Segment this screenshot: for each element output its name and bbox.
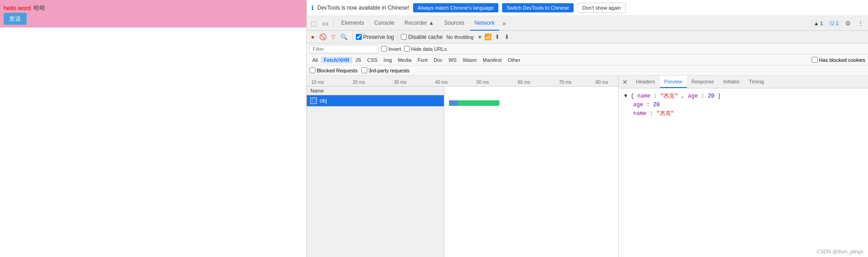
json-line-1: ▼ { name : "杰克" , age : 20 } bbox=[624, 92, 862, 101]
tick-3: 40 ms bbox=[435, 80, 448, 85]
detail-tab-headers[interactable]: Headers bbox=[631, 76, 660, 88]
type-bar-right: Has blocked cookies bbox=[812, 57, 865, 63]
timeline-header: 10 ms 20 ms 30 ms 40 ms 50 ms 60 ms 70 m… bbox=[307, 76, 618, 87]
json-colon-2: : bbox=[701, 93, 708, 99]
more-tabs-icon[interactable]: » bbox=[500, 18, 509, 28]
tab-sources[interactable]: Sources bbox=[440, 16, 469, 31]
third-party-checkbox[interactable] bbox=[361, 67, 367, 73]
haha-text: 哈哈 bbox=[33, 4, 45, 12]
tick-6: 70 ms bbox=[559, 80, 571, 85]
tick-2: 30 ms bbox=[394, 80, 406, 85]
type-btn-all[interactable]: All bbox=[310, 57, 321, 63]
csdn-watermark: CSDN @dum_plings bbox=[817, 249, 863, 254]
settings-icon[interactable]: ⚙ bbox=[843, 18, 853, 28]
devtools-top-toolbar: ⬚ ▭ Elements Console Recorder ▲ Sources … bbox=[307, 16, 868, 31]
tab-console[interactable]: Console bbox=[370, 16, 399, 31]
disable-cache-label[interactable]: Disable cache bbox=[401, 34, 442, 40]
dont-show-button[interactable]: Don't show again bbox=[577, 3, 626, 13]
detail-tab-timing[interactable]: Timing bbox=[744, 76, 768, 88]
language-banner: ℹ DevTools is now available in Chinese! … bbox=[307, 0, 868, 16]
json-val-age-2: 20 bbox=[653, 102, 659, 108]
type-btn-fetchxhr[interactable]: Fetch/XHR bbox=[321, 57, 352, 63]
info-icon: ℹ bbox=[311, 4, 314, 11]
cursor-icon[interactable]: ⬚ bbox=[309, 18, 319, 28]
type-btn-img[interactable]: Img bbox=[381, 57, 394, 63]
switch-chinese-button[interactable]: Switch DevTools to Chinese bbox=[502, 3, 574, 12]
type-filter-bar: All Fetch/XHR JS CSS Img Media Font Doc … bbox=[307, 55, 868, 66]
device-icon[interactable]: ▭ bbox=[320, 18, 331, 28]
json-comma-1: , bbox=[681, 93, 688, 99]
type-btn-doc[interactable]: Doc bbox=[431, 57, 446, 63]
detail-tab-response[interactable]: Response bbox=[687, 76, 719, 88]
request-item-name: obj bbox=[320, 98, 327, 104]
tick-4: 50 ms bbox=[476, 80, 489, 85]
invert-check-label[interactable]: Invert bbox=[381, 46, 401, 52]
name-column: Name ☐ obj bbox=[307, 87, 444, 257]
clear-icon[interactable]: 🚫 bbox=[318, 33, 328, 41]
type-btn-wasm[interactable]: Wasm bbox=[460, 57, 480, 63]
pink-bar: hello word 哈哈 发送 bbox=[0, 0, 306, 27]
type-btn-font[interactable]: Font bbox=[415, 57, 431, 63]
preserve-log-checkbox[interactable] bbox=[356, 34, 362, 40]
hide-urls-label[interactable]: Hide data URLs bbox=[404, 46, 447, 52]
filter-toolbar: Invert Hide data URLs bbox=[307, 44, 868, 55]
waterfall-column bbox=[444, 87, 618, 257]
tab-recorder[interactable]: Recorder ▲ bbox=[400, 16, 439, 31]
has-blocked-checkbox[interactable] bbox=[812, 57, 818, 63]
json-key-age: age bbox=[688, 93, 698, 99]
more-options-icon[interactable]: ⋮ bbox=[855, 18, 866, 28]
name-column-header: Name bbox=[307, 87, 444, 95]
wifi-icon: 📶 bbox=[484, 33, 492, 40]
toolbar-right-area: ▲ 1 🗨 1 ⚙ ⋮ bbox=[812, 18, 866, 28]
upload-icon[interactable]: ⬆ bbox=[493, 33, 501, 41]
hide-urls-checkbox[interactable] bbox=[404, 46, 410, 52]
json-line-2: age : 20 bbox=[624, 101, 862, 109]
detail-tab-preview[interactable]: Preview bbox=[660, 76, 687, 88]
detail-tab-initiator[interactable]: Initiator bbox=[719, 76, 744, 88]
blocked-bar: Blocked Requests 3rd-party requests bbox=[307, 66, 868, 76]
detail-panel: ✕ Headers Preview Response Initiator Tim… bbox=[619, 76, 868, 257]
throttle-arrow[interactable]: ▼ bbox=[477, 34, 482, 40]
json-colon-1: : bbox=[654, 93, 660, 99]
type-btn-other[interactable]: Other bbox=[505, 57, 523, 63]
request-item-icon: ☐ bbox=[310, 98, 317, 104]
blocked-requests-checkbox[interactable] bbox=[310, 67, 315, 73]
filter-input[interactable] bbox=[310, 45, 378, 53]
json-arrow-1[interactable]: ▼ bbox=[624, 93, 627, 99]
preserve-log-label[interactable]: Preserve log bbox=[356, 34, 394, 40]
filter-icon[interactable]: ▽ bbox=[330, 33, 337, 41]
network-toolbar-sep-1 bbox=[352, 33, 353, 41]
request-item-obj[interactable]: ☐ obj bbox=[307, 95, 444, 106]
tab-network[interactable]: Network bbox=[470, 16, 499, 31]
detail-close-button[interactable]: ✕ bbox=[619, 76, 631, 88]
requests-waterfall-panel: 10 ms 20 ms 30 ms 40 ms 50 ms 60 ms 70 m… bbox=[307, 76, 619, 257]
json-key-name-2: name bbox=[633, 110, 647, 117]
json-colon-3: : bbox=[647, 102, 653, 108]
type-btn-manifest[interactable]: Manifest bbox=[480, 57, 505, 63]
error-badge: ▲ 1 bbox=[812, 20, 825, 27]
type-btn-media[interactable]: Media bbox=[395, 57, 415, 63]
tick-5: 60 ms bbox=[518, 80, 530, 85]
type-btn-css[interactable]: CSS bbox=[365, 57, 381, 63]
invert-checkbox[interactable] bbox=[381, 46, 387, 52]
log-badge: 🗨 1 bbox=[827, 20, 841, 27]
third-party-label[interactable]: 3rd-party requests bbox=[361, 67, 409, 73]
banner-message: DevTools is now available in Chinese! bbox=[317, 5, 409, 11]
download-icon[interactable]: ⬇ bbox=[503, 33, 511, 41]
blocked-requests-label[interactable]: Blocked Requests bbox=[310, 67, 358, 73]
search-icon[interactable]: 🔍 bbox=[339, 33, 349, 41]
waterfall-bar-receiving bbox=[458, 100, 499, 106]
page-text-line: hello word 哈哈 bbox=[4, 4, 45, 12]
disable-cache-checkbox[interactable] bbox=[401, 34, 407, 40]
record-icon[interactable]: ● bbox=[310, 33, 316, 41]
tab-elements[interactable]: Elements bbox=[337, 16, 369, 31]
type-btn-js[interactable]: JS bbox=[353, 57, 364, 63]
json-val-name: "杰克" bbox=[660, 93, 678, 99]
has-blocked-label[interactable]: Has blocked cookies bbox=[812, 57, 865, 63]
always-match-button[interactable]: Always match Chrome's language bbox=[413, 3, 498, 12]
type-btn-ws[interactable]: WS bbox=[446, 57, 459, 63]
send-button[interactable]: 发送 bbox=[4, 13, 27, 25]
webpage-preview: hello word 哈哈 发送 bbox=[0, 0, 306, 257]
network-toolbar-sep-2 bbox=[397, 33, 398, 41]
tick-7: 80 ms bbox=[596, 80, 608, 85]
